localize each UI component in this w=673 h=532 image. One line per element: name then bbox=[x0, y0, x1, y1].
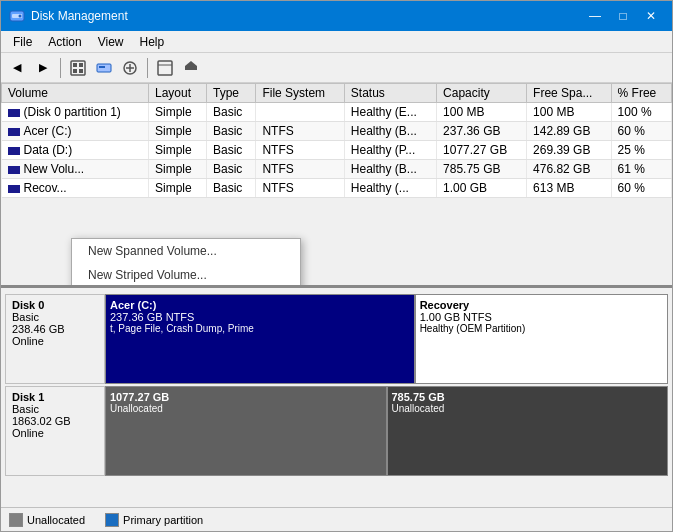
app-icon bbox=[9, 8, 25, 24]
cell-type: Basic bbox=[207, 103, 256, 122]
cell-volume: New Volu... bbox=[2, 160, 149, 179]
cell-status: Healthy (P... bbox=[344, 141, 436, 160]
cell-pct: 60 % bbox=[611, 122, 671, 141]
menu-bar: File Action View Help bbox=[1, 31, 672, 53]
toolbar-forward[interactable]: ▶ bbox=[31, 56, 55, 80]
main-content: Volume Layout Type File System Status Ca… bbox=[1, 83, 672, 531]
cell-fs: NTFS bbox=[256, 179, 344, 198]
svg-rect-5 bbox=[79, 63, 83, 67]
toolbar-btn1[interactable] bbox=[66, 56, 90, 80]
menu-view[interactable]: View bbox=[90, 33, 132, 51]
title-bar: Disk Management — □ ✕ bbox=[1, 1, 672, 31]
d0p1-size: 237.36 GB NTFS bbox=[110, 311, 410, 323]
cell-status: Healthy (B... bbox=[344, 160, 436, 179]
toolbar-btn2[interactable] bbox=[92, 56, 116, 80]
disk-row-0: Disk 0 Basic 238.46 GB Online Acer (C:) … bbox=[5, 294, 668, 384]
cell-status: Healthy (E... bbox=[344, 103, 436, 122]
col-volume: Volume bbox=[2, 84, 149, 103]
svg-rect-6 bbox=[73, 69, 77, 73]
volume-icon bbox=[8, 109, 20, 117]
disk-panels: Disk 0 Basic 238.46 GB Online Acer (C:) … bbox=[1, 288, 672, 507]
status-bar: Unallocated Primary partition bbox=[1, 507, 672, 531]
svg-point-2 bbox=[19, 15, 22, 18]
col-pctfree: % Free bbox=[611, 84, 671, 103]
disk-1-partition-2[interactable]: 785.75 GB Unallocated bbox=[387, 386, 669, 476]
disk-0-partition-recovery[interactable]: Recovery 1.00 GB NTFS Healthy (OEM Parti… bbox=[415, 294, 668, 384]
disk-0-size: 238.46 GB bbox=[12, 323, 98, 335]
table-row[interactable]: Recov...SimpleBasicNTFSHealthy (...1.00 … bbox=[2, 179, 672, 198]
close-button[interactable]: ✕ bbox=[638, 5, 664, 27]
cell-layout: Simple bbox=[148, 122, 206, 141]
legend-primary-box bbox=[105, 513, 119, 527]
volume-icon bbox=[8, 166, 20, 174]
svg-rect-13 bbox=[158, 61, 172, 75]
toolbar-btn5[interactable] bbox=[179, 56, 203, 80]
disk-0-partition-main[interactable]: Acer (C:) 237.36 GB NTFS t, Page File, C… bbox=[105, 294, 415, 384]
maximize-button[interactable]: □ bbox=[610, 5, 636, 27]
col-layout: Layout bbox=[148, 84, 206, 103]
svg-rect-7 bbox=[79, 69, 83, 73]
disk-1-type: Basic bbox=[12, 403, 98, 415]
disk-1-status: Online bbox=[12, 427, 98, 439]
cell-capacity: 100 MB bbox=[437, 103, 527, 122]
legend-primary: Primary partition bbox=[105, 513, 203, 527]
cell-capacity: 1.00 GB bbox=[437, 179, 527, 198]
cell-free: 269.39 GB bbox=[527, 141, 612, 160]
d1p1-type: Unallocated bbox=[110, 403, 382, 414]
col-freespace: Free Spa... bbox=[527, 84, 612, 103]
table-row[interactable]: (Disk 0 partition 1)SimpleBasicHealthy (… bbox=[2, 103, 672, 122]
cell-volume: Data (D:) bbox=[2, 141, 149, 160]
ctx-item-new-spanned-volume-[interactable]: New Spanned Volume... bbox=[72, 239, 300, 263]
toolbar-back[interactable]: ◀ bbox=[5, 56, 29, 80]
ctx-item-new-striped-volume-[interactable]: New Striped Volume... bbox=[72, 263, 300, 287]
table-body: (Disk 0 partition 1)SimpleBasicHealthy (… bbox=[2, 103, 672, 198]
cell-type: Basic bbox=[207, 160, 256, 179]
disk-row-1: Disk 1 Basic 1863.02 GB Online 1077.27 G… bbox=[5, 386, 668, 476]
menu-action[interactable]: Action bbox=[40, 33, 89, 51]
cell-free: 100 MB bbox=[527, 103, 612, 122]
col-filesystem: File System bbox=[256, 84, 344, 103]
menu-file[interactable]: File bbox=[5, 33, 40, 51]
disk-0-name: Disk 0 bbox=[12, 299, 98, 311]
cell-capacity: 1077.27 GB bbox=[437, 141, 527, 160]
toolbar: ◀ ▶ bbox=[1, 53, 672, 83]
cell-volume: (Disk 0 partition 1) bbox=[2, 103, 149, 122]
minimize-button[interactable]: — bbox=[582, 5, 608, 27]
disk-1-partitions: 1077.27 GB Unallocated 785.75 GB Unalloc… bbox=[105, 386, 668, 476]
disk-0-status: Online bbox=[12, 335, 98, 347]
table-header-row: Volume Layout Type File System Status Ca… bbox=[2, 84, 672, 103]
cell-fs: NTFS bbox=[256, 160, 344, 179]
title-bar-left: Disk Management bbox=[9, 8, 128, 24]
cell-fs: NTFS bbox=[256, 141, 344, 160]
menu-help[interactable]: Help bbox=[132, 33, 173, 51]
cell-pct: 25 % bbox=[611, 141, 671, 160]
cell-status: Healthy (... bbox=[344, 179, 436, 198]
d1p2-size: 785.75 GB bbox=[392, 391, 664, 403]
window-title: Disk Management bbox=[31, 9, 128, 23]
legend-primary-label: Primary partition bbox=[123, 514, 203, 526]
table-row[interactable]: Data (D:)SimpleBasicNTFSHealthy (P...107… bbox=[2, 141, 672, 160]
svg-marker-16 bbox=[185, 61, 197, 66]
disk-0-type: Basic bbox=[12, 311, 98, 323]
cell-fs: NTFS bbox=[256, 122, 344, 141]
cell-capacity: 237.36 GB bbox=[437, 122, 527, 141]
disk-1-name: Disk 1 bbox=[12, 391, 98, 403]
d0p2-size: 1.00 GB NTFS bbox=[420, 311, 663, 323]
col-capacity: Capacity bbox=[437, 84, 527, 103]
table-row[interactable]: New Volu...SimpleBasicNTFSHealthy (B...7… bbox=[2, 160, 672, 179]
toolbar-sep1 bbox=[60, 58, 61, 78]
cell-layout: Simple bbox=[148, 103, 206, 122]
toolbar-btn3[interactable] bbox=[118, 56, 142, 80]
table-row[interactable]: Acer (C:)SimpleBasicNTFSHealthy (B...237… bbox=[2, 122, 672, 141]
d0p2-status: Healthy (OEM Partition) bbox=[420, 323, 663, 334]
context-menu: New Spanned Volume...New Striped Volume.… bbox=[71, 238, 301, 288]
svg-rect-9 bbox=[99, 66, 105, 68]
volume-table-area: Volume Layout Type File System Status Ca… bbox=[1, 83, 672, 288]
toolbar-btn4[interactable] bbox=[153, 56, 177, 80]
cell-fs bbox=[256, 103, 344, 122]
d1p1-size: 1077.27 GB bbox=[110, 391, 382, 403]
cell-volume: Recov... bbox=[2, 179, 149, 198]
table-scrollbar[interactable] bbox=[1, 285, 672, 288]
legend-unallocated-label: Unallocated bbox=[27, 514, 85, 526]
disk-1-partition-1[interactable]: 1077.27 GB Unallocated bbox=[105, 386, 387, 476]
